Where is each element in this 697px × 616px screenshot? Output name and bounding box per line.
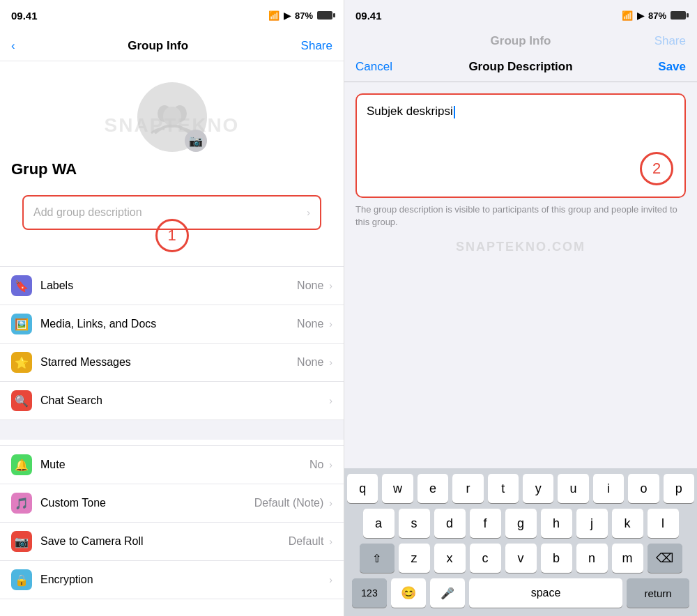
keyboard: q w e r t y u i o p a s d f g h j k l ⇧ …: [344, 468, 697, 616]
description-text: Subjek deskripsi: [367, 105, 453, 118]
key-h[interactable]: h: [541, 509, 572, 538]
chevron-icon: ›: [307, 207, 310, 218]
media-menu-item[interactable]: 🖼️ Media, Links, and Docs None ›: [0, 305, 344, 344]
right-panel: 09.41 📶 ▶ 87% Group Info Share Cancel Gr…: [344, 0, 697, 616]
key-p[interactable]: p: [664, 474, 694, 503]
key-e[interactable]: e: [418, 474, 448, 503]
left-status-bar: 09.41 📶 ▶ 87%: [0, 0, 344, 31]
back-button[interactable]: ‹: [11, 39, 15, 53]
key-y[interactable]: y: [523, 474, 553, 503]
share-button[interactable]: Share: [301, 39, 332, 53]
encryption-menu-item[interactable]: 🔒 Encryption ›: [0, 561, 344, 599]
step-2-circle: 2: [640, 152, 673, 185]
encryption-label: Encryption: [40, 573, 323, 586]
mute-icon: 🔔: [11, 454, 32, 475]
keyboard-row-3: ⇧ z x c v b n m ⌫: [347, 544, 694, 573]
left-panel: 09.41 📶 ▶ 87% ‹ Group Info Share 📷 SNAPT…: [0, 0, 344, 616]
starred-value: None: [297, 356, 323, 369]
key-j[interactable]: j: [576, 509, 608, 538]
starred-label: Starred Messages: [40, 356, 297, 369]
custom-tone-label: Custom Tone: [40, 497, 254, 509]
text-cursor: [454, 106, 455, 118]
emoji-key[interactable]: 😊: [391, 578, 426, 608]
step-1-circle: 1: [155, 219, 189, 252]
right-battery-icon: [671, 11, 686, 20]
cancel-button[interactable]: Cancel: [355, 60, 392, 74]
key-a[interactable]: a: [363, 509, 395, 538]
keyboard-row-1: q w e r t y u i o p: [347, 474, 694, 503]
right-status-bar: 09.41 📶 ▶ 87%: [344, 0, 697, 31]
key-t[interactable]: t: [488, 474, 519, 503]
right-background-nav: Group Info Share: [344, 31, 697, 52]
media-icon: 🖼️: [11, 314, 32, 334]
custom-tone-menu-item[interactable]: 🎵 Custom Tone Default (Note) ›: [0, 484, 344, 523]
key-z[interactable]: z: [399, 544, 430, 573]
right-signal-icon: ▶: [637, 10, 644, 21]
labels-chevron: ›: [329, 280, 332, 291]
chat-search-menu-item[interactable]: 🔍 Chat Search ›: [0, 382, 344, 419]
key-s[interactable]: s: [399, 509, 430, 538]
left-status-icons: 📶 ▶ 87%: [268, 10, 332, 21]
signal-icon: ▶: [284, 10, 291, 21]
left-time: 09.41: [11, 10, 38, 22]
right-wifi-icon: 📶: [622, 10, 633, 21]
custom-tone-value: Default (Note): [254, 497, 324, 509]
mute-label: Mute: [40, 459, 309, 471]
svg-point-2: [163, 107, 181, 126]
key-v[interactable]: v: [505, 544, 537, 573]
key-l[interactable]: l: [648, 509, 679, 538]
return-key[interactable]: return: [627, 578, 689, 608]
labels-value: None: [297, 279, 323, 292]
save-camera-label: Save to Camera Roll: [40, 535, 289, 548]
right-time: 09.41: [355, 10, 382, 22]
shift-key[interactable]: ⇧: [360, 544, 395, 573]
mute-menu-item[interactable]: 🔔 Mute No ›: [0, 446, 344, 484]
key-q[interactable]: q: [347, 474, 378, 503]
key-n[interactable]: n: [576, 544, 608, 573]
battery-icon: [317, 11, 332, 20]
group-avatar[interactable]: 📷: [137, 82, 207, 152]
keyboard-row-4: 123 😊 🎤 space return: [347, 578, 694, 608]
key-b[interactable]: b: [541, 544, 572, 573]
key-w[interactable]: w: [382, 474, 413, 503]
custom-tone-chevron: ›: [329, 498, 332, 509]
key-o[interactable]: o: [628, 474, 659, 503]
description-hint: The group description is visible to part…: [344, 198, 697, 234]
key-x[interactable]: x: [434, 544, 466, 573]
group-name: Grup WA: [11, 160, 332, 178]
save-button[interactable]: Save: [658, 60, 686, 74]
right-page-title: Group Description: [468, 60, 572, 74]
starred-menu-item[interactable]: ⭐ Starred Messages None ›: [0, 344, 344, 382]
mic-key[interactable]: 🎤: [430, 578, 465, 608]
save-camera-icon: 📷: [11, 531, 32, 552]
media-value: None: [297, 318, 323, 330]
key-c[interactable]: c: [470, 544, 501, 573]
key-f[interactable]: f: [470, 509, 501, 538]
save-camera-chevron: ›: [329, 536, 332, 547]
chat-search-label: Chat Search: [40, 394, 323, 407]
key-d[interactable]: d: [434, 509, 466, 538]
left-page-title: Group Info: [128, 39, 188, 53]
num-key[interactable]: 123: [352, 578, 387, 608]
save-camera-roll-item[interactable]: 📷 Save to Camera Roll Default ›: [0, 523, 344, 561]
key-k[interactable]: k: [612, 509, 643, 538]
group-profile: 📷 SNAPTEKNO Grup WA: [0, 61, 344, 190]
key-i[interactable]: i: [593, 474, 624, 503]
delete-key[interactable]: ⌫: [648, 544, 682, 573]
description-input[interactable]: Subjek deskripsi 2: [355, 93, 686, 198]
description-placeholder: Add group description: [33, 206, 142, 218]
camera-button[interactable]: 📷: [185, 130, 207, 152]
key-u[interactable]: u: [558, 474, 588, 503]
right-status-icons: 📶 ▶ 87%: [622, 10, 686, 21]
key-m[interactable]: m: [612, 544, 643, 573]
right-nav-bar: Cancel Group Description Save: [344, 52, 697, 82]
space-key[interactable]: space: [469, 578, 622, 608]
labels-menu-item[interactable]: 🔖 Labels None ›: [0, 267, 344, 305]
save-camera-value: Default: [289, 535, 324, 548]
section-divider: [0, 420, 344, 440]
custom-tone-icon: 🎵: [11, 493, 32, 514]
labels-icon: 🔖: [11, 275, 32, 296]
chat-search-icon: 🔍: [11, 390, 32, 411]
key-g[interactable]: g: [505, 509, 537, 538]
key-r[interactable]: r: [452, 474, 483, 503]
